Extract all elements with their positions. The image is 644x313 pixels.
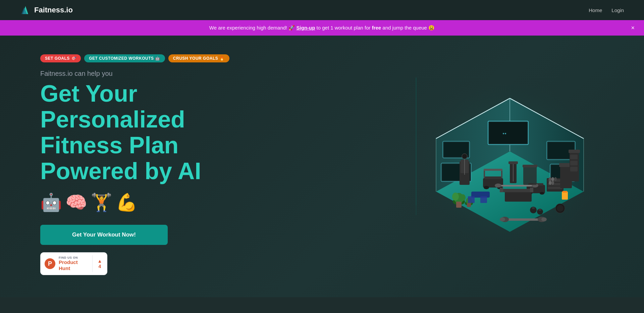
svg-rect-53 [530, 188, 533, 192]
hero-title-l2: Personalized [40, 106, 185, 133]
ph-upvote-arrow: ▲ [98, 259, 102, 263]
svg-text:●●: ●● [502, 132, 506, 135]
ph-right: ▲ 4 [92, 255, 107, 272]
emoji-weightlifter: 🏋️ [91, 192, 112, 213]
hero-left: SET GOALS 🎯 GET CUSTOMIZED WORKOUTS 🤖 CR… [40, 54, 229, 275]
svg-point-82 [541, 217, 547, 221]
hero-title-l3: Fitness Plan [40, 132, 178, 158]
badge-group: SET GOALS 🎯 GET CUSTOMIZED WORKOUTS 🤖 CR… [40, 54, 229, 62]
gym-svg: ●● [416, 77, 604, 252]
ph-text: FIND US ON Product Hunt [59, 256, 88, 271]
svg-point-47 [554, 177, 557, 181]
banner-text-end: and jump the queue 😩 [381, 25, 435, 31]
gym-illustration: ●● [416, 77, 604, 252]
logo-text: Faitness.io [34, 6, 73, 14]
svg-rect-52 [500, 188, 503, 192]
svg-rect-51 [503, 189, 533, 192]
svg-rect-50 [505, 192, 532, 202]
nav-home[interactable]: Home [589, 7, 602, 13]
svg-rect-86 [523, 166, 537, 185]
svg-rect-85 [480, 196, 487, 203]
svg-rect-32 [484, 169, 502, 171]
svg-rect-90 [570, 155, 578, 159]
svg-point-39 [462, 154, 467, 159]
hero-title-l4: Powered by AI [40, 158, 201, 184]
svg-rect-27 [485, 176, 501, 179]
ph-count: 4 [99, 264, 101, 269]
cta-button[interactable]: Get Your Workout Now! [40, 225, 168, 245]
svg-point-67 [557, 205, 564, 212]
hero-right: ●● [416, 77, 604, 252]
banner-text-mid: to get 1 workout plan for [315, 25, 372, 31]
svg-rect-72 [456, 202, 462, 208]
nav-links: Home Login [589, 7, 624, 13]
ph-find-us-label: FIND US ON [59, 256, 88, 259]
svg-rect-75 [467, 203, 471, 207]
svg-point-81 [500, 217, 505, 221]
svg-rect-87 [523, 165, 537, 167]
ph-name: Product Hunt [59, 259, 88, 271]
svg-rect-92 [570, 167, 578, 171]
hero-emojis: 🤖 🧠 🏋️ 💪 [40, 192, 229, 213]
svg-point-71 [460, 194, 466, 201]
hero-section: SET GOALS 🎯 GET CUSTOMIZED WORKOUTS 🤖 CR… [0, 36, 644, 297]
svg-rect-78 [503, 218, 543, 221]
svg-rect-84 [468, 196, 475, 203]
banner-text-before: We are experiencing high demand! 🚀 [209, 25, 297, 31]
banner-close-button[interactable]: × [631, 25, 635, 31]
badge-set-goals: SET GOALS 🎯 [40, 54, 81, 62]
ph-left: P FIND US ON Product Hunt [41, 253, 92, 275]
banner-bold: free [372, 25, 381, 31]
navbar: Faitness.io Home Login [0, 0, 644, 20]
svg-rect-24 [489, 122, 527, 144]
hero-title: Get Your Personalized Fitness Plan Power… [40, 81, 229, 184]
product-hunt-badge[interactable]: P FIND US ON Product Hunt ▲ 4 [40, 252, 107, 275]
svg-point-48 [549, 181, 551, 185]
svg-rect-63 [532, 207, 535, 209]
svg-rect-91 [570, 161, 578, 165]
ph-icon: P [45, 258, 55, 269]
badge-crush-goals: CRUSH YOUR GOALS 🔥 [168, 54, 229, 62]
svg-rect-77 [562, 191, 567, 193]
badge-customized-workouts: GET CUSTOMIZED WORKOUTS 🤖 [84, 54, 165, 62]
svg-point-49 [551, 181, 554, 185]
banner-text: We are experiencing high demand! 🚀 Sign-… [209, 25, 435, 31]
svg-rect-89 [569, 150, 580, 153]
emoji-muscle: 💪 [116, 192, 138, 213]
nav-login[interactable]: Login [611, 7, 624, 13]
banner-signup-link[interactable]: Sign-up [297, 25, 315, 31]
logo-link[interactable]: Faitness.io [20, 5, 73, 15]
hero-title-l1: Get Your [40, 81, 137, 107]
svg-point-45 [549, 177, 551, 181]
svg-point-55 [495, 184, 501, 188]
svg-rect-54 [496, 185, 537, 187]
promo-banner: We are experiencing high demand! 🚀 Sign-… [0, 20, 644, 36]
svg-rect-65 [539, 209, 541, 211]
svg-point-70 [452, 193, 459, 201]
hero-subtitle: Faitness.io can help you [40, 70, 229, 77]
logo-icon [20, 5, 31, 15]
emoji-brain: 🧠 [65, 192, 87, 213]
svg-point-28 [484, 186, 489, 189]
svg-rect-58 [508, 161, 518, 164]
svg-point-46 [551, 177, 554, 181]
svg-point-36 [540, 192, 544, 195]
svg-rect-30 [484, 170, 485, 178]
emoji-robot: 🤖 [40, 192, 62, 213]
svg-rect-31 [501, 170, 502, 178]
svg-rect-76 [562, 192, 568, 200]
